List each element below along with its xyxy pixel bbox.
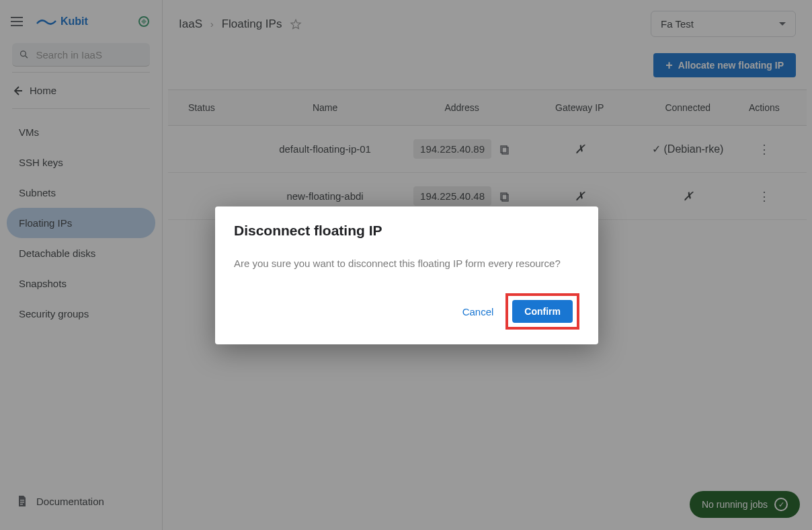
modal-body: Are you sure you want to disconnect this… xyxy=(234,258,579,269)
confirm-highlight: Confirm xyxy=(505,293,579,330)
confirm-button[interactable]: Confirm xyxy=(512,300,573,323)
disconnect-modal: Disconnect floating IP Are you sure you … xyxy=(215,206,598,344)
cancel-button[interactable]: Cancel xyxy=(453,299,503,324)
modal-title: Disconnect floating IP xyxy=(234,223,579,239)
